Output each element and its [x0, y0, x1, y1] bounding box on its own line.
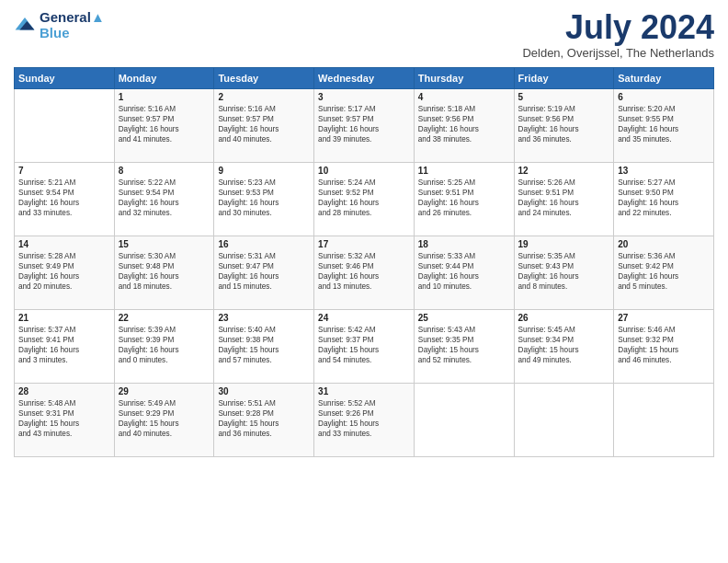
day-number: 26: [518, 313, 610, 323]
day-info: Sunrise: 5:39 AM Sunset: 9:39 PM Dayligh…: [119, 325, 210, 365]
day-number: 4: [418, 92, 510, 102]
day-info: Sunrise: 5:21 AM Sunset: 9:54 PM Dayligh…: [18, 178, 110, 218]
location: Delden, Overijssel, The Netherlands: [522, 46, 714, 60]
calendar-cell: 24Sunrise: 5:42 AM Sunset: 9:37 PM Dayli…: [314, 309, 415, 383]
calendar-cell: 23Sunrise: 5:40 AM Sunset: 9:38 PM Dayli…: [214, 309, 314, 383]
logo-text: General▲ Blue: [40, 9, 105, 40]
week-row-4: 21Sunrise: 5:37 AM Sunset: 9:41 PM Dayli…: [15, 309, 714, 383]
calendar-cell: 30Sunrise: 5:51 AM Sunset: 9:28 PM Dayli…: [214, 383, 314, 456]
day-info: Sunrise: 5:31 AM Sunset: 9:47 PM Dayligh…: [218, 251, 310, 292]
calendar-cell: 21Sunrise: 5:37 AM Sunset: 9:41 PM Dayli…: [15, 309, 115, 383]
day-info: Sunrise: 5:49 AM Sunset: 9:29 PM Dayligh…: [119, 398, 210, 439]
day-info: Sunrise: 5:24 AM Sunset: 9:52 PM Dayligh…: [318, 178, 410, 218]
calendar-cell: 6Sunrise: 5:20 AM Sunset: 9:55 PM Daylig…: [614, 88, 714, 162]
day-info: Sunrise: 5:20 AM Sunset: 9:55 PM Dayligh…: [618, 104, 710, 144]
day-number: 9: [218, 166, 310, 176]
day-number: 2: [218, 92, 310, 102]
day-info: Sunrise: 5:17 AM Sunset: 9:57 PM Dayligh…: [318, 104, 410, 144]
day-number: 14: [18, 239, 110, 249]
week-row-3: 14Sunrise: 5:28 AM Sunset: 9:49 PM Dayli…: [15, 236, 714, 309]
day-info: Sunrise: 5:22 AM Sunset: 9:54 PM Dayligh…: [119, 178, 210, 218]
day-number: 23: [218, 313, 310, 323]
day-info: Sunrise: 5:45 AM Sunset: 9:34 PM Dayligh…: [518, 325, 610, 365]
calendar-cell: 31Sunrise: 5:52 AM Sunset: 9:26 PM Dayli…: [314, 383, 415, 456]
col-header-sunday: Sunday: [15, 67, 115, 88]
calendar-cell: [15, 88, 115, 162]
col-header-tuesday: Tuesday: [214, 67, 314, 88]
day-number: 30: [218, 386, 310, 396]
day-number: 29: [119, 386, 210, 396]
day-info: Sunrise: 5:25 AM Sunset: 9:51 PM Dayligh…: [418, 178, 510, 218]
day-info: Sunrise: 5:37 AM Sunset: 9:41 PM Dayligh…: [18, 325, 110, 365]
day-number: 3: [318, 92, 410, 102]
day-info: Sunrise: 5:28 AM Sunset: 9:49 PM Dayligh…: [18, 251, 110, 292]
calendar-cell: 19Sunrise: 5:35 AM Sunset: 9:43 PM Dayli…: [514, 236, 614, 309]
calendar-cell: 14Sunrise: 5:28 AM Sunset: 9:49 PM Dayli…: [15, 236, 115, 309]
day-number: 22: [119, 313, 210, 323]
day-info: Sunrise: 5:18 AM Sunset: 9:56 PM Dayligh…: [418, 104, 510, 144]
calendar-cell: 26Sunrise: 5:45 AM Sunset: 9:34 PM Dayli…: [514, 309, 614, 383]
day-info: Sunrise: 5:33 AM Sunset: 9:44 PM Dayligh…: [418, 251, 510, 292]
col-header-friday: Friday: [514, 67, 614, 88]
day-info: Sunrise: 5:19 AM Sunset: 9:56 PM Dayligh…: [518, 104, 610, 144]
calendar-cell: 9Sunrise: 5:23 AM Sunset: 9:53 PM Daylig…: [214, 162, 314, 236]
month-title: July 2024: [522, 9, 714, 46]
day-number: 19: [518, 239, 610, 249]
day-number: 1: [119, 92, 210, 102]
day-number: 11: [418, 166, 510, 176]
calendar-cell: 5Sunrise: 5:19 AM Sunset: 9:56 PM Daylig…: [514, 88, 614, 162]
calendar-cell: 2Sunrise: 5:16 AM Sunset: 9:57 PM Daylig…: [214, 88, 314, 162]
day-info: Sunrise: 5:27 AM Sunset: 9:50 PM Dayligh…: [618, 178, 710, 218]
day-info: Sunrise: 5:52 AM Sunset: 9:26 PM Dayligh…: [318, 398, 410, 439]
calendar-cell: 12Sunrise: 5:26 AM Sunset: 9:51 PM Dayli…: [514, 162, 614, 236]
calendar-cell: [614, 383, 714, 456]
calendar-cell: 1Sunrise: 5:16 AM Sunset: 9:57 PM Daylig…: [114, 88, 214, 162]
calendar-cell: 16Sunrise: 5:31 AM Sunset: 9:47 PM Dayli…: [214, 236, 314, 309]
calendar-cell: 29Sunrise: 5:49 AM Sunset: 9:29 PM Dayli…: [114, 383, 214, 456]
day-number: 8: [119, 166, 210, 176]
col-header-wednesday: Wednesday: [314, 67, 415, 88]
day-number: 31: [318, 386, 410, 396]
day-number: 20: [618, 239, 710, 249]
day-info: Sunrise: 5:35 AM Sunset: 9:43 PM Dayligh…: [518, 251, 610, 292]
day-info: Sunrise: 5:51 AM Sunset: 9:28 PM Dayligh…: [218, 398, 310, 439]
day-number: 28: [18, 386, 110, 396]
calendar-cell: 11Sunrise: 5:25 AM Sunset: 9:51 PM Dayli…: [414, 162, 514, 236]
day-info: Sunrise: 5:26 AM Sunset: 9:51 PM Dayligh…: [518, 178, 610, 218]
week-row-5: 28Sunrise: 5:48 AM Sunset: 9:31 PM Dayli…: [15, 383, 714, 456]
day-number: 7: [18, 166, 110, 176]
day-number: 25: [418, 313, 510, 323]
day-info: Sunrise: 5:23 AM Sunset: 9:53 PM Dayligh…: [218, 178, 310, 218]
day-number: 10: [318, 166, 410, 176]
day-info: Sunrise: 5:43 AM Sunset: 9:35 PM Dayligh…: [418, 325, 510, 365]
calendar-cell: 18Sunrise: 5:33 AM Sunset: 9:44 PM Dayli…: [414, 236, 514, 309]
day-info: Sunrise: 5:42 AM Sunset: 9:37 PM Dayligh…: [318, 325, 410, 365]
calendar-cell: [514, 383, 614, 456]
day-number: 18: [418, 239, 510, 249]
day-number: 12: [518, 166, 610, 176]
calendar-cell: 15Sunrise: 5:30 AM Sunset: 9:48 PM Dayli…: [114, 236, 214, 309]
calendar-cell: 4Sunrise: 5:18 AM Sunset: 9:56 PM Daylig…: [414, 88, 514, 162]
calendar-cell: 7Sunrise: 5:21 AM Sunset: 9:54 PM Daylig…: [15, 162, 115, 236]
col-header-monday: Monday: [114, 67, 214, 88]
title-block: July 2024 Delden, Overijssel, The Nether…: [522, 9, 714, 60]
day-info: Sunrise: 5:36 AM Sunset: 9:42 PM Dayligh…: [618, 251, 710, 292]
day-info: Sunrise: 5:40 AM Sunset: 9:38 PM Dayligh…: [218, 325, 310, 365]
col-header-saturday: Saturday: [614, 67, 714, 88]
calendar-cell: 22Sunrise: 5:39 AM Sunset: 9:39 PM Dayli…: [114, 309, 214, 383]
calendar-cell: 17Sunrise: 5:32 AM Sunset: 9:46 PM Dayli…: [314, 236, 415, 309]
day-number: 13: [618, 166, 710, 176]
day-number: 21: [18, 313, 110, 323]
calendar-table: SundayMondayTuesdayWednesdayThursdayFrid…: [14, 67, 714, 457]
page: General▲ Blue July 2024 Delden, Overijss…: [0, 0, 728, 563]
day-number: 27: [618, 313, 710, 323]
col-header-thursday: Thursday: [414, 67, 514, 88]
week-row-2: 7Sunrise: 5:21 AM Sunset: 9:54 PM Daylig…: [15, 162, 714, 236]
day-info: Sunrise: 5:30 AM Sunset: 9:48 PM Dayligh…: [119, 251, 210, 292]
day-info: Sunrise: 5:16 AM Sunset: 9:57 PM Dayligh…: [218, 104, 310, 144]
calendar-cell: 8Sunrise: 5:22 AM Sunset: 9:54 PM Daylig…: [114, 162, 214, 236]
calendar-cell: [414, 383, 514, 456]
calendar-cell: 25Sunrise: 5:43 AM Sunset: 9:35 PM Dayli…: [414, 309, 514, 383]
logo-icon: [14, 14, 36, 36]
day-info: Sunrise: 5:48 AM Sunset: 9:31 PM Dayligh…: [18, 398, 110, 439]
